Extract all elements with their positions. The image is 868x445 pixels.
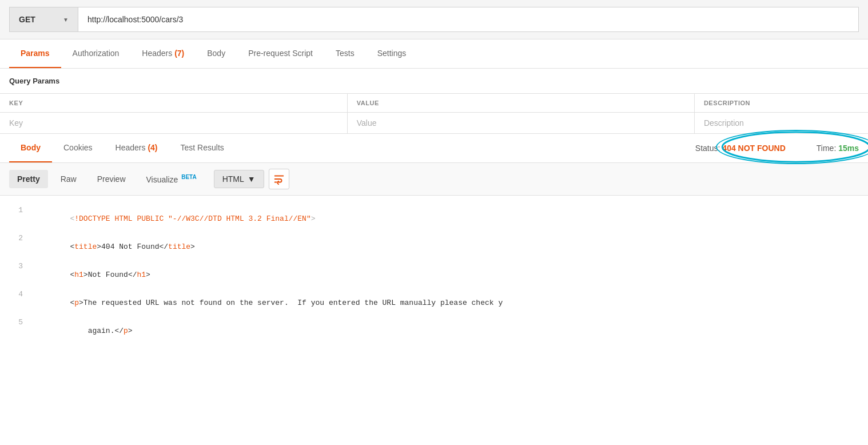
response-tab-test-results[interactable]: Test Results [169,134,236,162]
col-header-value: VALUE [347,94,694,113]
tab-params[interactable]: Params [9,39,61,68]
format-tab-preview[interactable]: Preview [89,170,134,188]
method-select[interactable]: GET ▼ [9,7,78,32]
response-area: Body Cookies Headers (4) Test Results St… [0,133,868,354]
tab-headers[interactable]: Headers (7) [130,39,196,68]
headers-badge: (7) [174,49,184,58]
value-cell: Value [347,113,694,134]
code-line-5: 5 again.</p> [0,317,868,345]
table-row: Key Value Description [0,113,868,134]
format-select[interactable]: HTML ▼ [214,170,264,188]
query-params-section: Query Params KEY VALUE DESCRIPTION Key [0,69,868,133]
method-label: GET [19,15,35,24]
format-tab-raw[interactable]: Raw [53,170,85,188]
request-tabs: Params Authorization Headers (7) Body Pr… [0,39,868,69]
status-value: 404 NOT FOUND [722,144,785,153]
format-tab-visualize[interactable]: Visualize BETA [138,169,205,189]
code-line-3: 3 <h1>Not Found</h1> [0,261,868,289]
line-content: <title>404 Not Found</title> [34,234,868,260]
line-number: 1 [0,206,34,214]
tab-authorization[interactable]: Authorization [61,39,131,68]
line-number: 4 [0,290,34,299]
format-bar: Pretty Raw Preview Visualize BETA HTML ▼ [0,163,868,196]
url-input[interactable] [78,7,859,32]
line-number: 3 [0,262,34,271]
desc-cell: Description [694,113,868,134]
line-content: <h1>Not Found</h1> [34,262,868,288]
col-header-desc: DESCRIPTION [694,94,868,113]
col-header-key: KEY [0,94,347,113]
time-value: 15ms [838,144,859,153]
format-tab-pretty[interactable]: Pretty [9,170,48,188]
beta-badge: BETA [181,174,196,180]
tab-tests[interactable]: Tests [324,39,366,68]
status-info: Status: 404 NOT FOUND Time: 15ms [695,139,859,157]
line-content: again.</p> [34,318,868,344]
time-label: Time: 15ms [817,144,859,153]
wrap-icon [273,173,285,185]
tab-settings[interactable]: Settings [366,39,418,68]
chevron-down-icon: ▼ [248,174,256,184]
status-label: Status: 404 NOT FOUND [695,144,786,153]
url-bar: GET ▼ [0,0,868,39]
key-cell: Key [0,113,347,134]
tab-body[interactable]: Body [196,39,237,68]
line-content: <p>The requested URL was not found on th… [34,290,868,316]
code-line-2: 2 <title>404 Not Found</title> [0,233,868,261]
wrap-button[interactable] [269,169,289,189]
response-tab-cookies[interactable]: Cookies [52,134,104,162]
code-area: 1 <!DOCTYPE HTML PUBLIC "-//W3C//DTD HTM… [0,196,868,354]
tab-pre-request[interactable]: Pre-request Script [237,39,324,68]
params-table: KEY VALUE DESCRIPTION Key Value Desc [0,93,868,133]
line-number: 5 [0,318,34,327]
response-headers-badge: (4) [148,143,157,152]
response-tabs-row: Body Cookies Headers (4) Test Results St… [0,134,868,163]
response-tab-headers[interactable]: Headers (4) [104,134,169,162]
line-number: 2 [0,234,34,243]
line-content: <!DOCTYPE HTML PUBLIC "-//W3C//DTD HTML … [34,206,868,232]
code-line-1: 1 <!DOCTYPE HTML PUBLIC "-//W3C//DTD HTM… [0,205,868,233]
response-tabs: Body Cookies Headers (4) Test Results [9,134,695,162]
chevron-down-icon: ▼ [63,17,69,23]
code-line-4: 4 <p>The requested URL was not found on … [0,289,868,317]
section-title: Query Params [0,69,868,93]
response-tab-body[interactable]: Body [9,134,52,162]
